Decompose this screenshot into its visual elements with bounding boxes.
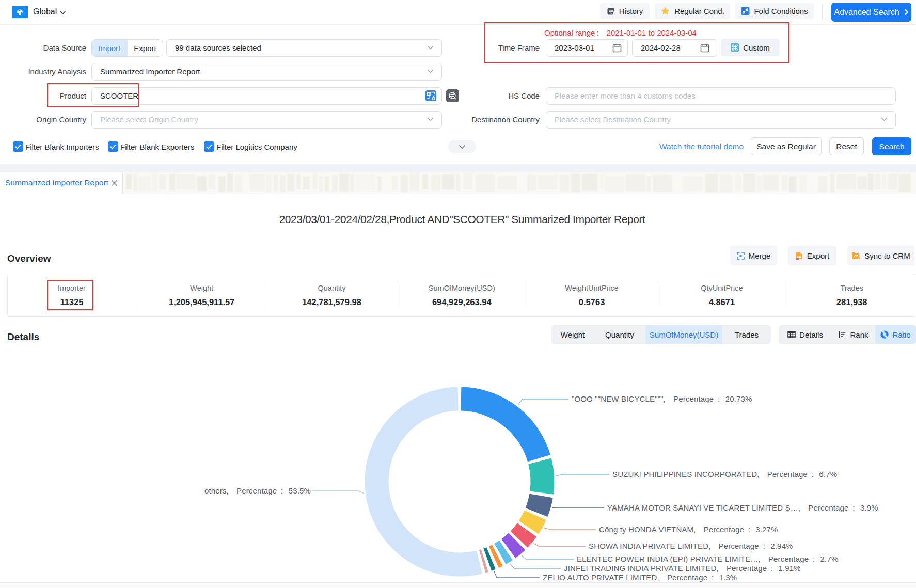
svg-text:SHOWA INDIA PRIVATE LIMITED, P: SHOWA INDIA PRIVATE LIMITED, Percentage … bbox=[589, 542, 793, 550]
svg-text:YAMAHA MOTOR SANAYI VE TİCARET: YAMAHA MOTOR SANAYI VE TİCARET LİMİTED Ş… bbox=[607, 503, 878, 512]
svg-text:ZELIO AUTO PRIVATE LIMITED, Pe: ZELIO AUTO PRIVATE LIMITED, Percentage :… bbox=[543, 573, 737, 582]
svg-text:JINFEI TRADING INDIA PRIVATE L: JINFEI TRADING INDIA PRIVATE LIMITED, Pe… bbox=[564, 564, 801, 573]
svg-text:Công ty HONDA VIETNAM, Percent: Công ty HONDA VIETNAM, Percentage : 3.27… bbox=[599, 525, 778, 534]
svg-text:others, Percentage : 53.5%: others, Percentage : 53.5% bbox=[204, 486, 311, 495]
svg-text:"OOO ""NEW BICYCLE""", Percent: "OOO ""NEW BICYCLE""", Percentage : 20.7… bbox=[572, 394, 752, 403]
svg-text:ELENTEC POWER INDIA (EPI) PRIV: ELENTEC POWER INDIA (EPI) PRIVATE LIMITE… bbox=[577, 554, 838, 563]
svg-text:SUZUKI PHILIPPINES INCORPORATE: SUZUKI PHILIPPINES INCORPORATED, Percent… bbox=[612, 470, 837, 479]
svg-text:A: A bbox=[431, 95, 435, 101]
